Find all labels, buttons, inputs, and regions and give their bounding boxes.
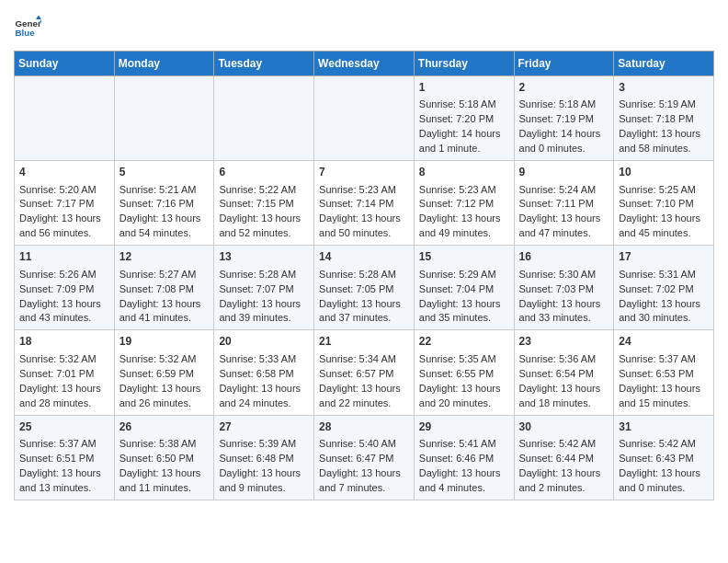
day-info: Sunset: 7:19 PM (519, 112, 609, 127)
day-number: 1 (419, 80, 509, 96)
day-info: and 0 minutes. (619, 481, 709, 496)
calendar-cell (314, 76, 415, 161)
calendar-cell: 3Sunrise: 5:19 AMSunset: 7:18 PMDaylight… (614, 76, 714, 161)
calendar-cell: 20Sunrise: 5:33 AMSunset: 6:58 PMDayligh… (214, 330, 314, 415)
calendar-cell: 29Sunrise: 5:41 AMSunset: 6:46 PMDayligh… (414, 415, 514, 500)
day-info: Sunrise: 5:37 AM (19, 437, 109, 452)
day-info: Sunset: 7:17 PM (19, 197, 109, 212)
day-number: 24 (619, 334, 709, 350)
calendar-cell: 13Sunrise: 5:28 AMSunset: 7:07 PMDayligh… (214, 246, 314, 330)
calendar-cell: 31Sunrise: 5:42 AMSunset: 6:43 PMDayligh… (614, 415, 714, 500)
calendar-cell: 11Sunrise: 5:26 AMSunset: 7:09 PMDayligh… (15, 246, 115, 330)
week-row-5: 25Sunrise: 5:37 AMSunset: 6:51 PMDayligh… (15, 415, 714, 500)
calendar-cell: 15Sunrise: 5:29 AMSunset: 7:04 PMDayligh… (414, 246, 514, 330)
day-info: Sunrise: 5:31 AM (619, 268, 709, 282)
calendar-cell: 5Sunrise: 5:21 AMSunset: 7:16 PMDaylight… (114, 161, 214, 246)
day-info: Daylight: 13 hours (19, 382, 109, 396)
day-info: Sunset: 7:08 PM (119, 282, 210, 297)
day-info: and 41 minutes. (119, 311, 210, 326)
calendar-cell: 16Sunrise: 5:30 AMSunset: 7:03 PMDayligh… (514, 246, 614, 330)
day-info: Daylight: 13 hours (519, 212, 609, 226)
day-info: Sunset: 6:43 PM (619, 452, 709, 466)
weekday-header-tuesday: Tuesday (214, 52, 314, 76)
day-info: and 50 minutes. (319, 226, 409, 241)
day-info: Sunset: 7:18 PM (619, 112, 709, 127)
day-info: Sunset: 6:50 PM (119, 452, 210, 466)
day-info: Sunrise: 5:23 AM (319, 183, 409, 198)
day-number: 11 (19, 249, 109, 265)
day-info: and 52 minutes. (219, 226, 309, 241)
day-info: Daylight: 13 hours (419, 212, 509, 226)
day-info: and 22 minutes. (319, 396, 409, 411)
svg-marker-2 (36, 16, 41, 20)
day-info: Sunset: 6:58 PM (219, 367, 309, 382)
day-info: Sunrise: 5:21 AM (119, 183, 210, 198)
day-number: 30 (519, 419, 609, 435)
day-info: Daylight: 13 hours (519, 382, 609, 396)
day-info: Sunset: 6:59 PM (119, 367, 210, 382)
day-info: and 1 minute. (419, 142, 509, 156)
day-info: and 47 minutes. (519, 226, 609, 241)
day-info: Sunrise: 5:32 AM (19, 352, 109, 367)
day-info: Sunset: 6:51 PM (19, 452, 109, 466)
day-info: Sunrise: 5:37 AM (619, 352, 709, 367)
day-info: Sunset: 7:07 PM (219, 282, 309, 297)
day-info: Daylight: 13 hours (319, 382, 409, 396)
day-info: Sunrise: 5:36 AM (519, 352, 609, 367)
day-info: Daylight: 14 hours (519, 127, 609, 142)
svg-text:General: General (16, 18, 42, 29)
day-number: 19 (119, 334, 210, 350)
day-number: 18 (19, 334, 109, 350)
day-info: and 26 minutes. (119, 396, 210, 411)
calendar-cell: 23Sunrise: 5:36 AMSunset: 6:54 PMDayligh… (514, 330, 614, 415)
day-info: Sunrise: 5:26 AM (19, 268, 109, 282)
day-info: Daylight: 13 hours (619, 466, 709, 481)
day-info: Daylight: 13 hours (119, 212, 210, 226)
logo: General Blue (14, 14, 27, 41)
day-info: Sunset: 7:02 PM (619, 282, 709, 297)
weekday-header-wednesday: Wednesday (314, 52, 415, 76)
day-info: Sunrise: 5:18 AM (419, 98, 509, 112)
calendar-cell: 2Sunrise: 5:18 AMSunset: 7:19 PMDaylight… (514, 76, 614, 161)
day-info: and 45 minutes. (619, 226, 709, 241)
calendar-cell: 1Sunrise: 5:18 AMSunset: 7:20 PMDaylight… (414, 76, 514, 161)
day-info: Sunset: 7:20 PM (419, 112, 509, 127)
day-info: Sunrise: 5:20 AM (19, 183, 109, 198)
calendar-cell: 25Sunrise: 5:37 AMSunset: 6:51 PMDayligh… (15, 415, 115, 500)
day-number: 13 (219, 249, 309, 265)
day-info: and 30 minutes. (619, 311, 709, 326)
day-info: Daylight: 13 hours (319, 466, 409, 481)
calendar-cell (15, 76, 115, 161)
day-info: and 20 minutes. (419, 396, 509, 411)
day-info: Daylight: 13 hours (619, 127, 709, 142)
day-info: and 0 minutes. (519, 142, 609, 156)
day-info: Sunset: 7:10 PM (619, 197, 709, 212)
day-info: and 11 minutes. (119, 481, 210, 496)
day-info: Daylight: 13 hours (219, 382, 309, 396)
day-info: Daylight: 13 hours (419, 297, 509, 312)
weekday-header-saturday: Saturday (614, 52, 714, 76)
day-number: 7 (319, 165, 409, 180)
day-number: 23 (519, 334, 609, 350)
day-number: 6 (219, 165, 309, 180)
day-number: 20 (219, 334, 309, 350)
calendar-cell: 28Sunrise: 5:40 AMSunset: 6:47 PMDayligh… (314, 415, 415, 500)
calendar-cell: 17Sunrise: 5:31 AMSunset: 7:02 PMDayligh… (614, 246, 714, 330)
day-info: and 35 minutes. (419, 311, 509, 326)
day-info: Sunrise: 5:24 AM (519, 183, 609, 198)
day-info: Sunrise: 5:41 AM (419, 437, 509, 452)
day-info: and 13 minutes. (19, 481, 109, 496)
day-info: Sunset: 6:54 PM (519, 367, 609, 382)
day-info: Sunrise: 5:30 AM (519, 268, 609, 282)
calendar-header: SundayMondayTuesdayWednesdayThursdayFrid… (15, 52, 714, 76)
day-info: Sunset: 7:14 PM (319, 197, 409, 212)
day-info: Sunset: 6:48 PM (219, 452, 309, 466)
day-number: 15 (419, 249, 509, 265)
day-info: Sunrise: 5:40 AM (319, 437, 409, 452)
calendar-cell: 9Sunrise: 5:24 AMSunset: 7:11 PMDaylight… (514, 161, 614, 246)
day-info: and 4 minutes. (419, 481, 509, 496)
day-info: Sunset: 7:05 PM (319, 282, 409, 297)
day-info: Sunset: 6:46 PM (419, 452, 509, 466)
day-number: 16 (519, 249, 609, 265)
calendar-body: 1Sunrise: 5:18 AMSunset: 7:20 PMDaylight… (15, 76, 714, 500)
